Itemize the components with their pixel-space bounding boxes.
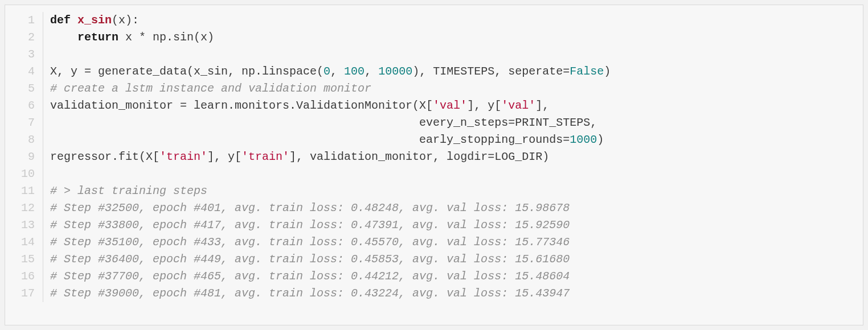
code-token: (x): [112,14,139,27]
line-number: 10 [11,166,43,183]
code-token: # Step #33800, epoch #417, avg. train lo… [50,218,570,232]
code-line: 1def x_sin(x): [11,12,857,29]
code-content: # Step #37700, epoch #465, avg. train lo… [43,268,570,285]
code-token: 1000 [570,133,597,146]
code-content: validation_monitor = learn.monitors.Vali… [43,97,549,114]
code-token: return [77,31,118,44]
code-token: regressor.fit(X[ [50,150,159,163]
code-line: 10 [11,166,857,183]
code-token: 100 [344,65,365,78]
line-number: 15 [11,251,43,268]
code-token: x * np.sin(x) [118,31,214,44]
code-token: # Step #35100, epoch #433, avg. train lo… [50,236,570,249]
code-content: # create a lstm instance and validation … [43,80,371,97]
code-content: # Step #32500, epoch #401, avg. train lo… [43,200,570,217]
code-content: # > last training steps [43,183,207,200]
code-token: early_stopping_rounds= [50,133,570,146]
code-line: 8 early_stopping_rounds=1000) [11,131,857,148]
code-token: 'train' [159,150,207,163]
code-content: def x_sin(x): [43,12,139,29]
code-line: 16# Step #37700, epoch #465, avg. train … [11,268,857,285]
code-token: False [570,65,604,78]
code-line: 13# Step #33800, epoch #417, avg. train … [11,217,857,234]
code-token: 'val' [433,99,467,112]
line-number: 8 [11,131,43,148]
code-token: # Step #36400, epoch #449, avg. train lo… [50,253,570,266]
code-content: # Step #35100, epoch #433, avg. train lo… [43,234,570,251]
code-token: 10000 [378,65,412,78]
code-token: def [50,14,77,27]
line-number: 2 [11,29,43,46]
code-line: 9regressor.fit(X['train'], y['train'], v… [11,148,857,166]
code-content: X, y = generate_data(x_sin, np.linspace(… [43,63,611,80]
line-number: 14 [11,234,43,251]
code-snippet-container: 1def x_sin(x):2 return x * np.sin(x)34X,… [0,0,868,330]
code-token: ) [604,65,611,78]
code-line: 11# > last training steps [11,183,857,200]
code-token: 'val' [501,99,535,112]
line-number: 16 [11,268,43,285]
code-content: # Step #39000, epoch #481, avg. train lo… [43,285,570,302]
code-line: 7 every_n_steps=PRINT_STEPS, [11,114,857,131]
code-token: ], y[ [467,99,501,112]
code-token: x_sin [77,14,112,27]
line-number: 13 [11,217,43,234]
code-token: , [330,65,344,78]
line-number: 17 [11,285,43,302]
code-line: 2 return x * np.sin(x) [11,29,857,46]
code-token: ], [535,99,549,112]
code-token: validation_monitor = learn.monitors.Vali… [50,99,433,112]
line-number: 3 [11,46,43,63]
line-number: 9 [11,148,43,166]
line-number: 1 [11,12,43,29]
code-content: every_n_steps=PRINT_STEPS, [43,114,597,131]
code-token [50,31,77,44]
code-line: 17# Step #39000, epoch #481, avg. train … [11,285,857,302]
code-content: # Step #36400, epoch #449, avg. train lo… [43,251,570,268]
code-content: regressor.fit(X['train'], y['train'], va… [43,148,549,166]
code-line: 4X, y = generate_data(x_sin, np.linspace… [11,63,857,80]
code-token: ], validation_monitor, logdir=LOG_DIR) [289,150,549,163]
code-line: 14# Step #35100, epoch #433, avg. train … [11,234,857,251]
code-token: # Step #32500, epoch #401, avg. train lo… [50,201,570,214]
code-content: early_stopping_rounds=1000) [43,131,604,148]
code-token: # create a lstm instance and validation … [50,82,371,95]
code-line: 3 [11,46,857,63]
line-number: 5 [11,80,43,97]
code-content: # Step #33800, epoch #417, avg. train lo… [43,217,570,234]
line-number: 11 [11,183,43,200]
line-number: 4 [11,63,43,80]
code-content: return x * np.sin(x) [43,29,214,46]
code-token: , [365,65,378,78]
line-number: 7 [11,114,43,131]
code-token: 'train' [241,150,289,163]
code-token: X, y = generate_data(x_sin, np.linspace( [50,65,324,78]
code-block: 1def x_sin(x):2 return x * np.sin(x)34X,… [5,5,863,325]
code-line: 5# create a lstm instance and validation… [11,80,857,97]
code-token: # Step #39000, epoch #481, avg. train lo… [50,287,570,300]
code-line: 6validation_monitor = learn.monitors.Val… [11,97,857,114]
code-token: ], y[ [207,150,241,163]
code-line: 15# Step #36400, epoch #449, avg. train … [11,251,857,268]
code-token: 0 [324,65,330,78]
code-token: every_n_steps=PRINT_STEPS, [50,116,597,129]
line-number: 12 [11,200,43,217]
line-number: 6 [11,97,43,114]
code-token: ), TIMESTEPS, seperate= [412,65,570,78]
code-token: # Step #37700, epoch #465, avg. train lo… [50,270,570,283]
code-token: ) [597,133,604,146]
code-line: 12# Step #32500, epoch #401, avg. train … [11,200,857,217]
code-token: # > last training steps [50,184,207,197]
